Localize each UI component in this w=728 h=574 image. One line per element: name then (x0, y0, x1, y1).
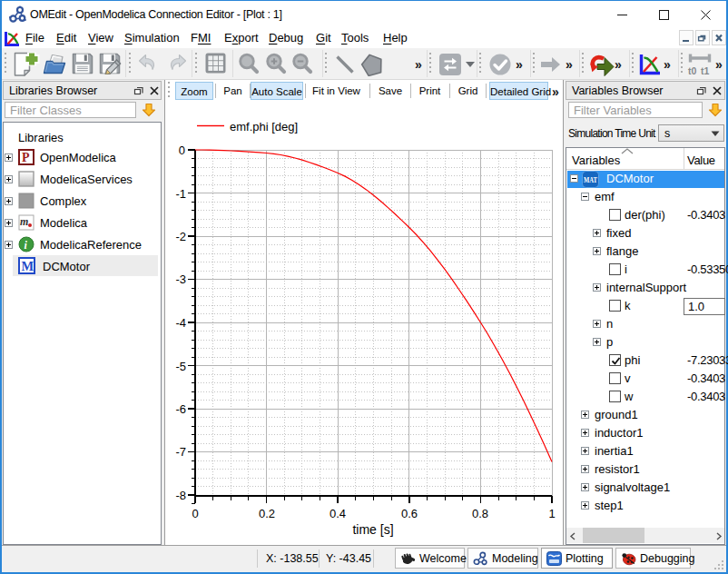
svg-text:t0: t0 (688, 65, 696, 76)
svg-text:t1: t1 (701, 65, 709, 76)
svg-text:m: m (20, 215, 28, 228)
svg-text:MAT: MAT (584, 175, 597, 184)
svg-text:M: M (22, 259, 34, 273)
svg-text:P: P (22, 151, 30, 164)
